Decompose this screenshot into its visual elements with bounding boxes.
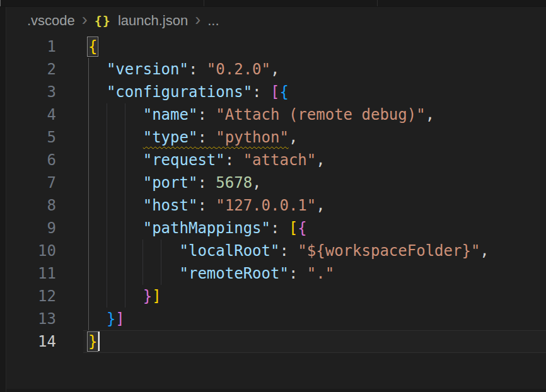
code-token: ,	[426, 106, 434, 124]
line-number[interactable]: 7	[0, 171, 56, 194]
bracket-match: }	[88, 333, 97, 350]
breadcrumb-folder[interactable]: .vscode	[27, 13, 75, 29]
line-number[interactable]: 3	[0, 81, 56, 103]
code-line[interactable]: 13 }]	[0, 308, 546, 330]
code-token: ,	[289, 129, 298, 146]
code-token: "version"	[107, 61, 189, 78]
code-text: "version": "0.2.0",	[88, 58, 279, 81]
code-text: "request": "attach",	[88, 149, 325, 171]
code-line[interactable]: 10 "localRoot": "${workspaceFolder}",	[0, 239, 546, 262]
line-number[interactable]: 4	[0, 103, 56, 126]
tab-bar-edge	[0, 0, 1, 6]
code-token: :	[225, 151, 243, 169]
line-number[interactable]: 10	[0, 239, 56, 262]
chevron-right-icon: ›	[82, 13, 88, 26]
code-text: }	[88, 330, 97, 353]
code-line[interactable]: 14}	[0, 330, 546, 353]
code-token: ]	[152, 287, 161, 305]
code-line[interactable]: 4 "name": "Attach (remote debug)",	[0, 103, 546, 126]
json-braces-icon: {}	[95, 13, 111, 28]
code-token: "."	[307, 265, 334, 282]
code-token: :	[270, 219, 289, 237]
line-number[interactable]: 1	[0, 35, 56, 58]
code-text: "host": "127.0.0.1",	[88, 194, 325, 217]
tab-divider	[204, 0, 204, 6]
breadcrumb-symbol[interactable]: ...	[207, 13, 219, 29]
code-token: ,	[480, 242, 489, 260]
code-token: [	[289, 219, 298, 237]
code-token: {	[279, 83, 288, 101]
code-token: "request"	[143, 151, 225, 169]
code-token: ,	[316, 151, 325, 169]
code-token: "remoteRoot"	[180, 265, 289, 282]
code-token: "name"	[143, 106, 198, 124]
code-line[interactable]: 12 }]	[0, 285, 546, 308]
tab-bar[interactable]	[0, 0, 546, 7]
code-text: "name": "Attach (remote debug)",	[88, 103, 434, 126]
code-token: {	[298, 219, 306, 237]
code-token: "pathMappings"	[143, 219, 270, 237]
line-number[interactable]: 2	[0, 58, 56, 81]
code-token: "python"	[216, 129, 289, 146]
line-number[interactable]: 14	[0, 330, 56, 353]
code-token: ,	[316, 197, 325, 214]
code-token: "${workspaceFolder}"	[298, 242, 480, 260]
code-token: }	[107, 310, 115, 328]
code-token: "configurations"	[107, 83, 252, 101]
breadcrumb-file[interactable]: launch.json	[118, 13, 188, 29]
code-line[interactable]: 8 "host": "127.0.0.1",	[0, 194, 546, 217]
code-line[interactable]: 2 "version": "0.2.0",	[0, 58, 546, 81]
line-number[interactable]: 8	[0, 194, 56, 217]
code-token: "host"	[143, 197, 198, 214]
window-bottom-edge	[0, 389, 546, 392]
code-text: "port": 5678,	[88, 171, 262, 194]
code-line[interactable]: 6 "request": "attach",	[0, 149, 546, 171]
code-line[interactable]: 3 "configurations": [{	[0, 81, 546, 103]
code-text: }]	[88, 308, 125, 330]
code-token: :	[197, 106, 216, 124]
code-text: "pathMappings": [{	[88, 217, 307, 239]
code-token: "127.0.0.1"	[216, 197, 316, 214]
code-token: ,	[252, 174, 261, 192]
code-token: :	[197, 174, 216, 192]
code-token: "Attach (remote debug)"	[216, 106, 425, 124]
code-token: "type"	[143, 129, 198, 146]
code-token: 5678	[216, 174, 252, 192]
line-number[interactable]: 9	[0, 217, 56, 239]
code-text: "type": "python",	[88, 126, 298, 149]
warning-squiggle: "type": "python"	[143, 129, 289, 146]
code-token: [	[270, 83, 279, 101]
code-line[interactable]: 9 "pathMappings": [{	[0, 217, 546, 239]
code-token: :	[197, 129, 216, 146]
breadcrumb: .vscode › {} launch.json › ...	[0, 6, 546, 35]
code-line[interactable]: 1{	[0, 35, 546, 58]
code-token: "attach"	[243, 151, 317, 169]
code-token: }	[143, 287, 152, 305]
code-text: "remoteRoot": "."	[88, 262, 334, 285]
tab-divider	[377, 0, 378, 6]
code-token: :	[279, 242, 298, 260]
code-token: "port"	[143, 174, 198, 192]
code-text: }]	[88, 285, 161, 308]
code-token: :	[189, 61, 207, 78]
window-left-edge	[0, 0, 6, 392]
code-token: "0.2.0"	[207, 61, 270, 78]
code-line[interactable]: 11 "remoteRoot": "."	[0, 262, 546, 285]
bracket-match: {	[88, 38, 97, 55]
line-number[interactable]: 11	[0, 262, 56, 285]
code-text: "localRoot": "${workspaceFolder}",	[88, 239, 489, 262]
chevron-right-icon: ›	[195, 13, 200, 26]
line-number[interactable]: 13	[0, 308, 56, 330]
code-text: {	[88, 35, 97, 58]
code-token: "localRoot"	[180, 242, 280, 260]
code-line[interactable]: 7 "port": 5678,	[0, 171, 546, 194]
code-text: "configurations": [{	[88, 81, 289, 103]
code-token: ]	[115, 310, 124, 328]
code-line[interactable]: 5 "type": "python",	[0, 126, 546, 149]
line-number[interactable]: 6	[0, 149, 56, 171]
line-number[interactable]: 12	[0, 285, 56, 308]
code-token: :	[289, 265, 307, 282]
code-lines: 1{2 "version": "0.2.0",3 "configurations…	[0, 35, 546, 353]
editor[interactable]: 1{2 "version": "0.2.0",3 "configurations…	[0, 35, 546, 376]
line-number[interactable]: 5	[0, 126, 56, 149]
